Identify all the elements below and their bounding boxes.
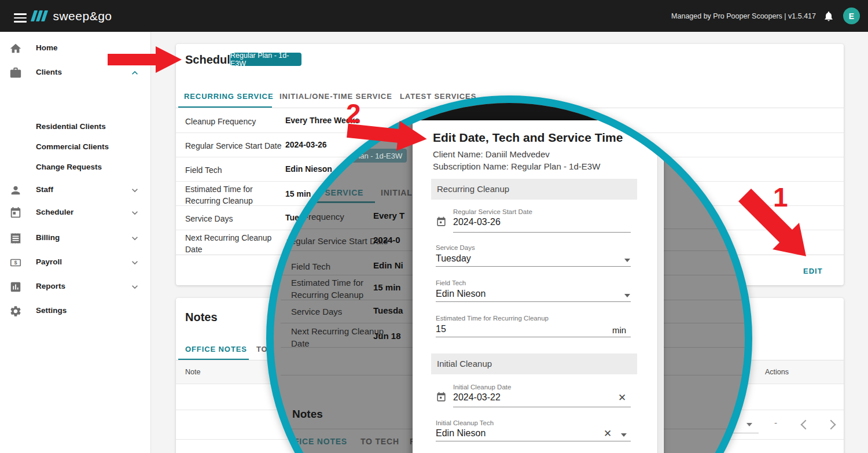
field-label: Initial Cleanup Date bbox=[453, 384, 511, 391]
field-label: Initial Cleanup Tech bbox=[436, 419, 494, 426]
row-label: Cleanup Frequency bbox=[185, 116, 286, 127]
row-label: Service Days bbox=[185, 213, 286, 224]
row-label: Estimated Time for Recurring Cleanup bbox=[185, 183, 272, 207]
dim-row-label: Service Days bbox=[291, 305, 342, 318]
dropdown-caret-icon[interactable] bbox=[624, 259, 630, 262]
calendar-icon[interactable] bbox=[436, 392, 447, 403]
section-header-recurring-cleanup: Recurring Cleanup bbox=[431, 179, 637, 200]
receipt-icon bbox=[9, 232, 22, 245]
sidebar-item-label: Scheduler bbox=[36, 208, 73, 216]
min-suffix: min bbox=[612, 325, 626, 335]
dropdown-caret-icon[interactable] bbox=[621, 433, 627, 437]
dim-row-label: Field Tech bbox=[291, 260, 330, 272]
menu-icon[interactable] bbox=[14, 11, 27, 25]
tab-initial-one-time-service[interactable]: INITIAL/ONE-TIME SERVICE bbox=[279, 92, 392, 101]
initial-cleanup-tech-select[interactable]: Edin Nieson bbox=[436, 428, 486, 439]
dollar-box-icon: $ bbox=[9, 256, 22, 269]
row-value: 2024-03-26 bbox=[285, 140, 327, 149]
row-value: 15 min bbox=[285, 189, 311, 198]
calendar-icon[interactable] bbox=[436, 216, 447, 227]
sidebar-item-label: Residential Clients bbox=[36, 122, 106, 131]
dim-row-value: Jun 18 bbox=[373, 331, 401, 341]
column-header-note: Note bbox=[185, 368, 200, 376]
schedule-title: Schedule bbox=[185, 53, 237, 67]
dim-row-value: Every T bbox=[373, 211, 404, 220]
chevron-down-icon bbox=[129, 281, 141, 293]
calendar-icon bbox=[9, 207, 22, 219]
dim-tab-to-tech: TO TECH bbox=[361, 437, 399, 446]
sidebar-item-payroll[interactable]: $ Payroll bbox=[0, 252, 150, 273]
sidebar-item-billing[interactable]: Billing bbox=[0, 228, 150, 249]
tab-office-notes[interactable]: OFFICE NOTES bbox=[185, 345, 247, 353]
service-days-select[interactable]: Tuesday bbox=[436, 253, 471, 264]
sidebar-item-label: Clients bbox=[36, 68, 62, 76]
svg-text:$: $ bbox=[14, 260, 17, 266]
next-page-icon[interactable] bbox=[826, 420, 836, 430]
dim-tab-initial: INITIAL bbox=[381, 188, 413, 197]
dim-tab-recurring: G SERVICE bbox=[315, 188, 363, 197]
dialog-title: Edit Date, Tech and Service Time bbox=[433, 131, 623, 145]
sidebar-item-label: Payroll bbox=[36, 257, 62, 266]
row-label: Next Recurring Cleanup Date bbox=[185, 232, 285, 255]
avatar-initial: E bbox=[849, 12, 854, 21]
row-value: Edin Nieson bbox=[285, 164, 332, 174]
initial-cleanup-date-input[interactable]: 2024-03-22 bbox=[453, 392, 501, 403]
gear-icon bbox=[9, 305, 22, 318]
dim-tab-office-notes: FICE NOTES bbox=[294, 437, 347, 446]
date-input[interactable]: 2024-03-26 bbox=[453, 217, 501, 227]
row-value: Every Three Weeks bbox=[285, 116, 359, 125]
estimated-time-input[interactable]: 15 bbox=[436, 324, 446, 334]
plan-badge: Regular Plan - 1d-E3W bbox=[230, 53, 301, 66]
field-label: Estimated Time for Recurring Cleanup bbox=[436, 315, 549, 322]
sidebar-item-home[interactable]: Home bbox=[0, 38, 150, 59]
bell-icon[interactable] bbox=[823, 10, 834, 23]
dim-row-value: Edin Ni bbox=[373, 260, 403, 270]
sidebar-item-label: Home bbox=[36, 43, 58, 52]
field-label: Regular Service Start Date bbox=[453, 208, 532, 215]
subscription-name-line: Subscription Name: Regular Plan - 1d-E3W bbox=[433, 161, 600, 171]
chevron-down-icon bbox=[129, 185, 141, 196]
avatar[interactable]: E bbox=[843, 8, 860, 24]
sidebar-item-label: Settings bbox=[36, 306, 67, 315]
bar-chart-icon bbox=[9, 281, 22, 293]
app-logo[interactable]: sweep&go bbox=[32, 10, 112, 24]
logo-text: sweep&go bbox=[53, 9, 112, 23]
sidebar: Home Clients Residential Clients Commerc… bbox=[0, 32, 151, 453]
sidebar-item-scheduler[interactable]: Scheduler bbox=[0, 202, 150, 223]
edit-button[interactable]: EDIT bbox=[803, 267, 823, 275]
briefcase-icon bbox=[9, 67, 22, 79]
dim-row-label: Estimated Time for Recurring Cleanup bbox=[291, 277, 381, 301]
managed-by-text: Managed by Pro Pooper Scoopers | v1.5.41… bbox=[671, 12, 816, 20]
dialog-scrollbar[interactable] bbox=[657, 120, 663, 453]
tab-recurring-service[interactable]: RECURRING SERVICE bbox=[184, 92, 273, 101]
sidebar-item-reports[interactable]: Reports bbox=[0, 277, 150, 297]
dropdown-caret-icon[interactable] bbox=[624, 294, 630, 297]
sidebar-item-clients[interactable]: Clients bbox=[0, 62, 150, 83]
sidebar-item-label: Billing bbox=[36, 233, 60, 242]
chevron-up-icon bbox=[129, 67, 141, 79]
row-label: Regular Service Start Date bbox=[185, 140, 301, 152]
app-screen: sweep&go Managed by Pro Pooper Scoopers … bbox=[0, 0, 868, 453]
notes-title: Notes bbox=[185, 311, 218, 324]
client-name-line: Client Name: Daniil Medvedev bbox=[433, 149, 550, 159]
edit-dialog: Edit Date, Tech and Service Time Client … bbox=[413, 120, 664, 453]
chevron-down-icon bbox=[129, 233, 141, 244]
section-header-initial-cleanup: Initial Cleanup bbox=[431, 353, 637, 374]
sidebar-item-residential-clients[interactable]: Residential Clients bbox=[0, 117, 150, 138]
field-tech-select[interactable]: Edin Nieson bbox=[436, 289, 486, 299]
clear-icon[interactable]: ✕ bbox=[618, 392, 626, 404]
row-label: Field Tech bbox=[185, 164, 286, 176]
pagination-range-text: - bbox=[774, 418, 777, 428]
chevron-down-icon bbox=[129, 207, 141, 219]
field-label: Service Days bbox=[436, 244, 475, 251]
sidebar-item-staff[interactable]: Staff bbox=[0, 180, 150, 201]
logo-slashes-icon bbox=[32, 13, 50, 23]
rows-per-page-caret-icon[interactable] bbox=[746, 423, 752, 426]
app-header: sweep&go Managed by Pro Pooper Scoopers … bbox=[0, 0, 868, 32]
clear-icon[interactable]: ✕ bbox=[604, 428, 612, 440]
home-icon bbox=[9, 42, 22, 55]
previous-page-icon[interactable] bbox=[801, 420, 811, 430]
sidebar-item-settings[interactable]: Settings bbox=[0, 301, 150, 322]
dim-row-value: Tuesda bbox=[373, 305, 403, 315]
dim-tab-underline bbox=[310, 201, 375, 203]
